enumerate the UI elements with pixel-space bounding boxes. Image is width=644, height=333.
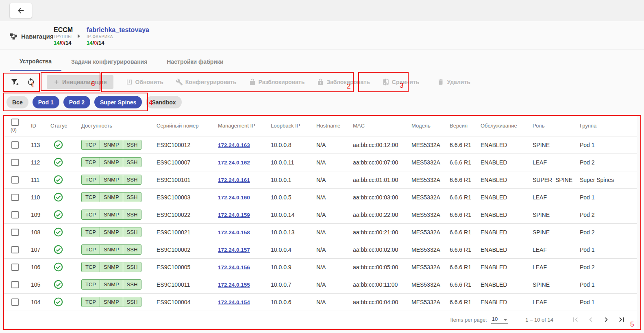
col-role: Роль: [533, 116, 580, 136]
management-ip-link[interactable]: 172.24.0.154: [218, 299, 250, 305]
cell-version: 6.6.6 R1: [450, 206, 481, 223]
tab-config-tasks[interactable]: Задачи конфигурирования: [61, 53, 157, 71]
cell-id: 113: [31, 136, 50, 154]
toolbar: Инициализация Обновить Конфигурировать Р…: [7, 73, 470, 91]
initialize-button[interactable]: Инициализация: [47, 75, 113, 89]
chip-все[interactable]: Все: [7, 96, 28, 108]
cell-hostname: N/A: [316, 241, 353, 258]
delete-button[interactable]: Удалить: [437, 78, 470, 86]
breadcrumb-group[interactable]: ECCM ГРУППЫ 14/0/14: [54, 26, 73, 46]
cell-mac: aa:bb:cc:00:21:00: [353, 223, 411, 241]
items-per-page-select[interactable]: 10: [491, 316, 508, 324]
lock-button[interactable]: Заблокировать: [317, 78, 370, 86]
header-select-all: (0): [4, 116, 31, 136]
row-checkbox[interactable]: [11, 246, 19, 253]
row-checkbox[interactable]: [11, 159, 19, 166]
breadcrumb-group-title: ECCM: [54, 26, 73, 34]
cell-group: Pod 1: [580, 188, 637, 206]
cell-mac: aa:bb:cc:01:01:00: [353, 171, 411, 188]
col-serial: Серийный номер: [157, 116, 218, 136]
row-checkbox[interactable]: [11, 229, 19, 236]
management-ip-link[interactable]: 172.24.0.163: [218, 142, 250, 148]
compare-icon: [382, 78, 389, 86]
tab-fabric-settings[interactable]: Настройки фабрики: [157, 53, 233, 71]
breadcrumb-group-counts: 14/0/14: [54, 40, 73, 46]
cell-model: MES5332A: [411, 136, 450, 154]
cell-role: LEAF: [533, 241, 580, 258]
availability-badge: SSH: [123, 158, 141, 167]
availability-badge: SNMP: [100, 227, 123, 237]
cell-serial: ES9C100012: [157, 136, 218, 154]
management-ip-link[interactable]: 172.24.0.159: [218, 212, 250, 218]
cell-version: 6.6.6 R1: [450, 276, 481, 293]
management-ip-link[interactable]: 172.24.0.162: [218, 160, 250, 166]
chip-pod-1[interactable]: Pod 1: [33, 96, 59, 108]
management-ip-link[interactable]: 172.24.0.156: [218, 264, 250, 270]
breadcrumb-fabric-title[interactable]: fabrichka_testovaya: [87, 26, 149, 34]
cell-mac: aa:bb:cc:00:02:00: [353, 241, 411, 258]
status-ok-icon: [54, 158, 63, 167]
cell-version: 6.6.6 R1: [450, 154, 481, 171]
cell-mac: aa:bb:cc:00:07:00: [353, 154, 411, 171]
availability-badge: TCP: [82, 227, 100, 237]
row-checkbox[interactable]: [11, 281, 19, 288]
cell-version: 6.6.6 R1: [450, 188, 481, 206]
select-all-checkbox[interactable]: [11, 119, 19, 126]
row-checkbox[interactable]: [11, 176, 19, 184]
cell-mac: aa:bb:cc:00:05:00: [353, 258, 411, 276]
status-ok-icon: [54, 297, 63, 307]
cell-management-ip: 172.24.0.157: [218, 241, 271, 258]
cell-serial: ES9C100101: [157, 171, 218, 188]
table-row: 108TCPSNMPSSHES9C100021172.24.0.15810.0.…: [4, 223, 637, 241]
cell-role: SPINE: [533, 276, 580, 293]
cell-loopback-ip: 10.0.0.1: [271, 171, 316, 188]
availability-badge: TCP: [82, 175, 100, 184]
management-ip-link[interactable]: 172.24.0.158: [218, 229, 250, 236]
previous-page-button[interactable]: [585, 314, 596, 325]
management-ip-link[interactable]: 172.24.0.161: [218, 177, 250, 183]
cell-id: 107: [31, 241, 50, 258]
row-checkbox[interactable]: [11, 141, 19, 149]
lock-icon: [317, 78, 324, 86]
cell-availability: TCPSNMPSSH: [81, 188, 157, 206]
col-mac: MAC: [353, 116, 411, 136]
chip-super-spines[interactable]: Super Spines: [94, 96, 142, 108]
filter-add-button[interactable]: [7, 74, 23, 90]
chip-sandbox[interactable]: Sandbox: [146, 96, 181, 108]
pagination-buttons: [570, 314, 627, 325]
update-button[interactable]: Обновить: [126, 78, 163, 86]
cell-group: Pod 1: [580, 136, 637, 154]
chevron-down-icon: [503, 319, 507, 321]
configure-button[interactable]: Конфигурировать: [176, 78, 237, 86]
col-group: Группа: [580, 116, 637, 136]
first-page-button[interactable]: [570, 314, 581, 325]
cell-status: [50, 188, 81, 206]
management-ip-link[interactable]: 172.24.0.160: [218, 195, 250, 201]
cell-serial: ES9C100003: [157, 188, 218, 206]
next-page-button[interactable]: [600, 314, 612, 325]
row-checkbox[interactable]: [11, 194, 19, 201]
cell-maintenance: ENABLED: [481, 188, 533, 206]
last-page-button[interactable]: [616, 314, 627, 325]
refresh-button[interactable]: [23, 74, 39, 90]
toolbar-divider: [41, 77, 41, 87]
row-checkbox[interactable]: [11, 298, 19, 306]
arrow-back-icon: [16, 6, 25, 15]
breadcrumb-fabric[interactable]: fabrichka_testovaya IP-ФАБРИКА 14/0/14: [87, 26, 149, 46]
cell-hostname: N/A: [316, 293, 353, 311]
compare-button[interactable]: Сравнить: [382, 78, 420, 86]
availability-badge: TCP: [82, 297, 100, 307]
back-button[interactable]: [10, 3, 32, 18]
cell-mac: aa:bb:cc:00:12:00: [353, 136, 411, 154]
cell-model: MES5332A: [411, 188, 450, 206]
management-ip-link[interactable]: 172.24.0.157: [218, 247, 250, 253]
row-checkbox[interactable]: [11, 211, 19, 218]
breadcrumb-fabric-subtitle: IP-ФАБРИКА: [87, 35, 149, 39]
management-ip-link[interactable]: 172.24.0.155: [218, 282, 250, 288]
availability-badge: SNMP: [100, 297, 123, 307]
chip-pod-2[interactable]: Pod 2: [63, 96, 90, 108]
row-checkbox[interactable]: [11, 264, 19, 271]
unlock-button[interactable]: Разблокировать: [249, 78, 305, 86]
tab-devices[interactable]: Устройства: [10, 53, 61, 71]
cell-maintenance: ENABLED: [481, 223, 533, 241]
